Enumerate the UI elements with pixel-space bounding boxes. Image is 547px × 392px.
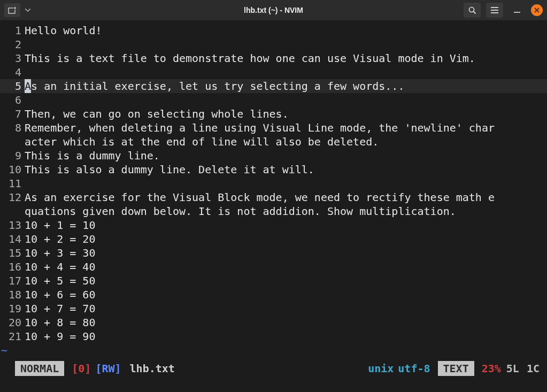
minimize-button[interactable] xyxy=(509,3,526,18)
line-number: 10 xyxy=(0,163,25,176)
chevron-down-icon xyxy=(25,9,30,12)
line-number: 12 xyxy=(0,190,25,204)
editor-line: 10This is also a dummy line. Delete it a… xyxy=(0,163,547,176)
editor-line: 1410 + 2 = 20 xyxy=(0,232,547,246)
close-button[interactable] xyxy=(531,4,543,16)
editor-line: 1610 + 4 = 40 xyxy=(0,260,547,274)
line-text: 10 + 3 = 30 xyxy=(25,246,547,260)
line-number: 11 xyxy=(0,176,25,190)
line-number: 1 xyxy=(0,24,25,37)
editor-line: 2 xyxy=(0,37,547,51)
titlebar: lhb.txt (~) - NVIM xyxy=(0,0,547,20)
editor-line: quations given down below. It is not add… xyxy=(0,204,547,218)
line-number: 15 xyxy=(0,246,25,260)
line-text: This is a dummy line. xyxy=(25,149,547,163)
editor-line: 6 xyxy=(0,93,547,107)
line-text: As an exercise for the Visual Block mode… xyxy=(25,190,547,204)
line-text: This is also a dummy line. Delete it at … xyxy=(25,163,547,176)
editor-line: 1310 + 1 = 10 xyxy=(0,218,547,232)
minimize-icon xyxy=(514,7,520,13)
status-rw-flag: [RW] xyxy=(91,362,121,375)
line-text: Hello world! xyxy=(25,24,547,37)
editor-line: 2110 + 9 = 90 xyxy=(0,329,547,343)
line-number: 18 xyxy=(0,288,25,302)
line-text: 10 + 6 = 60 xyxy=(25,288,547,302)
search-icon xyxy=(468,6,476,14)
status-percent: 23% xyxy=(474,362,501,375)
cursor: A xyxy=(25,79,31,93)
status-col-pos: 1C xyxy=(519,362,547,375)
empty-line-tilde: ~ xyxy=(0,343,547,357)
command-line-area[interactable] xyxy=(0,376,547,392)
line-number: 5 xyxy=(0,79,25,93)
editor-line: 8Remember, when deleting a line using Vi… xyxy=(0,121,547,135)
editor-line: 12As an exercise for the Visual Block mo… xyxy=(0,190,547,204)
editor-line: acter which is at the end of line will a… xyxy=(0,135,547,149)
line-number: 16 xyxy=(0,260,25,274)
close-icon xyxy=(534,7,540,13)
editor-line: 2010 + 8 = 80 xyxy=(0,316,547,329)
statusline: NORMAL [0] [RW] lhb.txt unix utf-8 TEXT … xyxy=(0,361,547,376)
status-filename: lhb.txt xyxy=(121,362,175,375)
line-text xyxy=(25,93,547,107)
svg-line-5 xyxy=(473,11,475,13)
titlebar-right xyxy=(464,3,543,18)
svg-point-4 xyxy=(469,7,474,12)
line-number xyxy=(0,135,25,149)
status-line-pos: 5L xyxy=(501,362,519,375)
editor-line: 1510 + 3 = 30 xyxy=(0,246,547,260)
editor-line: 1910 + 7 = 70 xyxy=(0,302,547,316)
line-number: 9 xyxy=(0,149,25,163)
line-text: 10 + 1 = 10 xyxy=(25,218,547,232)
search-button[interactable] xyxy=(464,3,481,18)
editor-line: 4 xyxy=(0,65,547,79)
line-number: 7 xyxy=(0,107,25,121)
editor-line: 11 xyxy=(0,176,547,190)
editor-line: 3This is a text file to demonstrate how … xyxy=(0,51,547,65)
hamburger-icon xyxy=(491,7,498,13)
line-number: 2 xyxy=(0,37,25,51)
line-number: 14 xyxy=(0,232,25,246)
window-title: lhb.txt (~) - NVIM xyxy=(244,6,303,14)
status-encoding: utf-8 xyxy=(398,362,437,375)
line-text: 10 + 2 = 20 xyxy=(25,232,547,246)
line-text: 10 + 5 = 50 xyxy=(25,274,547,288)
menu-button[interactable] xyxy=(486,3,503,18)
editor-line: 1810 + 6 = 60 xyxy=(0,288,547,302)
line-text xyxy=(25,37,547,51)
line-text: 10 + 9 = 90 xyxy=(25,329,547,343)
editor-line: 5As an initial exercise, let us try sele… xyxy=(0,79,547,93)
line-text xyxy=(25,176,547,190)
line-text: This is a text file to demonstrate how o… xyxy=(25,51,547,65)
editor-buffer[interactable]: 1Hello world!23This is a text file to de… xyxy=(0,20,547,361)
editor-line: 7Then, we can go on selecting whole line… xyxy=(0,107,547,121)
tab-dropdown-button[interactable] xyxy=(22,3,33,17)
line-text: As an initial exercise, let us try selec… xyxy=(25,79,547,93)
line-text: Then, we can go on selecting whole lines… xyxy=(25,107,547,121)
line-text: quations given down below. It is not add… xyxy=(25,204,547,218)
line-text: 10 + 4 = 40 xyxy=(25,260,547,274)
line-text: 10 + 7 = 70 xyxy=(25,302,547,316)
line-text: acter which is at the end of line will a… xyxy=(25,135,547,149)
line-number: 8 xyxy=(0,121,25,135)
line-number: 3 xyxy=(0,51,25,65)
tilde-marker: ~ xyxy=(0,343,7,357)
new-tab-icon xyxy=(8,6,17,14)
status-buffer-index: [0] xyxy=(64,362,91,375)
status-filetype: TEXT xyxy=(438,361,474,376)
line-number: 19 xyxy=(0,302,25,316)
line-number: 4 xyxy=(0,65,25,79)
line-number: 13 xyxy=(0,218,25,232)
line-number xyxy=(0,204,25,218)
status-fileformat: unix xyxy=(368,362,398,375)
status-mode: NORMAL xyxy=(15,361,64,376)
line-text xyxy=(25,65,547,79)
line-text: 10 + 8 = 80 xyxy=(25,316,547,329)
titlebar-left xyxy=(4,3,33,17)
editor-line: 1Hello world! xyxy=(0,24,547,37)
line-number: 17 xyxy=(0,274,25,288)
new-tab-button[interactable] xyxy=(4,3,20,17)
editor-line: 1710 + 5 = 50 xyxy=(0,274,547,288)
line-number: 21 xyxy=(0,329,25,343)
window-root: lhb.txt (~) - NVIM xyxy=(0,0,547,392)
